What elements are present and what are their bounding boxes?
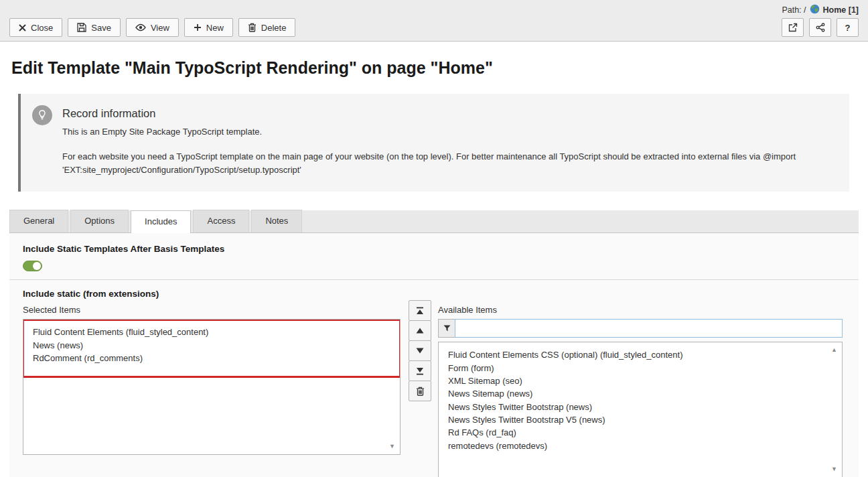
include-static-label: Include static (from extensions) <box>23 289 845 299</box>
tab-options[interactable]: Options <box>70 210 129 232</box>
available-item[interactable]: News Sitemap (news) <box>448 387 842 400</box>
scroll-up-icon[interactable]: ▲ <box>831 347 837 353</box>
lightbulb-icon <box>32 105 52 125</box>
share-icon <box>816 23 825 32</box>
available-item[interactable]: Rd FAQs (rd_faq) <box>448 426 842 439</box>
available-item[interactable]: XML Sitemap (seo) <box>448 374 842 387</box>
globe-icon <box>810 4 820 16</box>
delete-button-label: Delete <box>261 23 287 33</box>
selected-items-label: Selected Items <box>23 305 401 315</box>
share-button[interactable] <box>809 18 831 37</box>
close-button[interactable]: Close <box>9 18 62 37</box>
move-down-button[interactable] <box>409 340 431 361</box>
available-items-list[interactable]: Fluid Content Elements CSS (optional) (f… <box>439 342 842 452</box>
plus-icon <box>194 23 202 31</box>
save-icon <box>77 23 86 32</box>
available-item[interactable]: Form (form) <box>448 362 842 374</box>
trash-icon <box>416 387 425 396</box>
filter-row <box>438 319 843 338</box>
close-button-label: Close <box>31 23 53 33</box>
move-to-top-icon <box>416 307 424 315</box>
move-up-icon <box>416 328 424 334</box>
scroll-down-icon[interactable]: ▼ <box>831 466 837 472</box>
selected-item[interactable]: News (news) <box>33 339 400 352</box>
move-to-bottom-icon <box>416 367 424 375</box>
available-item[interactable]: remotedevs (remotedevs) <box>448 439 842 452</box>
selected-items-column: Selected Items Fluid Content Elements (f… <box>23 299 401 455</box>
selected-items-box: Fluid Content Elements (fluid_styled_con… <box>23 319 401 455</box>
toolbar-left: Close Save View New Delete <box>9 18 295 37</box>
toolbar: Close Save View New Delete <box>9 18 859 37</box>
module-body: Edit Template "Main TypoScript Rendering… <box>0 58 868 477</box>
toolbar-right: ? <box>782 18 859 37</box>
view-icon <box>135 23 146 31</box>
breadcrumb: Path: / Home [1] <box>9 3 859 17</box>
include-static-section: Include static (from extensions) Selecte… <box>9 280 859 477</box>
close-icon <box>19 24 26 31</box>
save-button[interactable]: Save <box>68 18 121 37</box>
record-information-callout: Record information This is an Empty Site… <box>18 94 849 192</box>
path-label: Path: / <box>782 5 806 15</box>
tab-includes[interactable]: Includes <box>131 210 191 233</box>
include-after-basis-label: Include Static Templates After Basis Tem… <box>23 244 845 254</box>
tab-general[interactable]: General <box>9 210 68 232</box>
move-buttons <box>409 300 431 401</box>
available-items-box: Fluid Content Elements CSS (optional) (f… <box>438 342 843 477</box>
current-page-name[interactable]: Home [1] <box>823 5 859 15</box>
available-items-label: Available Items <box>438 305 843 315</box>
include-after-basis-section: Include Static Templates After Basis Tem… <box>9 233 859 280</box>
selected-item[interactable]: Fluid Content Elements (fluid_styled_con… <box>33 326 400 338</box>
docheader: Path: / Home [1] Close Save View New <box>0 0 868 42</box>
trash-icon <box>248 23 257 32</box>
available-item[interactable]: News Styles Twitter Bootstrap V5 (news) <box>448 413 842 426</box>
tab-panel-includes: Include Static Templates After Basis Tem… <box>9 233 859 477</box>
callout-body: Record information This is an Empty Site… <box>62 105 836 177</box>
tab-access[interactable]: Access <box>193 210 249 232</box>
tabbar: General Options Includes Access Notes <box>9 210 859 233</box>
new-button[interactable]: New <box>184 18 233 37</box>
remove-selected-button[interactable] <box>409 381 431 401</box>
available-item[interactable]: News Styles Twitter Bootstrap (news) <box>448 401 842 413</box>
move-down-icon <box>416 348 424 354</box>
toggle-knob <box>33 262 41 270</box>
delete-button[interactable]: Delete <box>238 18 296 37</box>
filter-icon <box>443 324 451 334</box>
available-items-column: Available Items Fluid Content Elements C… <box>438 299 843 477</box>
include-after-basis-toggle[interactable] <box>23 261 42 271</box>
available-items-filter-input[interactable] <box>455 319 843 338</box>
view-button[interactable]: View <box>126 18 179 37</box>
help-button[interactable]: ? <box>837 18 859 37</box>
callout-title: Record information <box>62 107 836 120</box>
filter-button[interactable] <box>438 319 455 338</box>
selected-items-list[interactable]: Fluid Content Elements (fluid_styled_con… <box>23 320 400 364</box>
move-to-bottom-button[interactable] <box>409 360 431 381</box>
move-to-top-button[interactable] <box>409 300 431 321</box>
move-up-button[interactable] <box>409 320 431 341</box>
view-button-label: View <box>151 23 169 33</box>
tab-notes[interactable]: Notes <box>251 210 302 232</box>
callout-line2: For each website you need a TypoScript t… <box>62 150 836 177</box>
callout-line1: This is an Empty Site Package TypoScript… <box>62 125 836 139</box>
selected-item[interactable]: RdComment (rd_comments) <box>33 352 400 364</box>
save-button-label: Save <box>91 23 111 33</box>
multiselect-columns: Selected Items Fluid Content Elements (f… <box>23 299 845 477</box>
page-title: Edit Template "Main TypoScript Rendering… <box>11 58 859 78</box>
new-button-label: New <box>206 23 224 33</box>
scroll-down-icon[interactable]: ▼ <box>389 444 395 450</box>
open-in-new-window-button[interactable] <box>782 18 804 37</box>
available-item[interactable]: Fluid Content Elements CSS (optional) (f… <box>448 348 842 361</box>
external-link-icon <box>788 23 798 32</box>
